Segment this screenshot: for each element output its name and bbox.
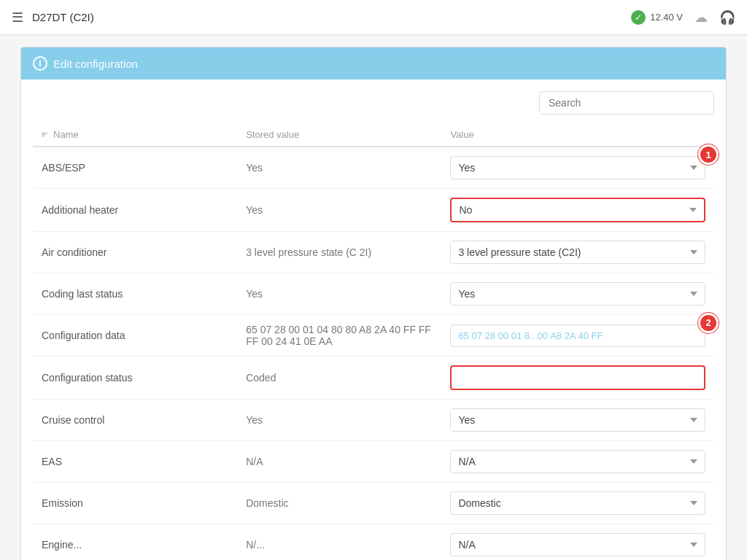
cell-value: YesNo1	[441, 147, 714, 189]
cell-name: ABS/ESP	[33, 147, 237, 189]
cell-value: YesNo	[441, 400, 714, 441]
card-body: Name Stored value Value ABS/ESPYesYesNo1…	[21, 79, 726, 560]
annotation-circle-2: 2	[698, 313, 719, 333]
cell-stored-value: 3 level pressure state (C 2I)	[237, 232, 441, 273]
cell-stored-value: N/A	[237, 441, 441, 483]
cell-value: YesNo	[441, 273, 714, 315]
topbar-right: ✓ 12.40 V ☁ 🎧	[631, 9, 735, 26]
voltage-display: 12.40 V	[650, 12, 683, 23]
select-abs/esp[interactable]: YesNo	[450, 156, 705, 179]
select-engine...[interactable]: N/A	[450, 533, 705, 556]
cell-name: Emission	[33, 483, 237, 524]
table-row: Cruise controlYesYesNo	[33, 400, 714, 441]
cell-value: N/AYesNo	[441, 441, 714, 483]
cell-value: 2	[441, 315, 714, 357]
select-emission[interactable]: DomesticExport	[450, 491, 705, 515]
topbar-title: D27DT (C2I)	[32, 11, 94, 23]
cloud-icon[interactable]: ☁	[694, 9, 708, 26]
text-input-configuration-data[interactable]	[450, 324, 705, 347]
cell-name: Configuration status	[33, 357, 237, 400]
table-header-row: Name Stored value Value	[33, 123, 714, 147]
cell-name: Cruise control	[33, 400, 237, 441]
table-row: EmissionDomesticDomesticExport	[33, 483, 714, 524]
cell-value: 3 level pressure state (C2I)Other	[441, 232, 714, 273]
cell-stored-value: Yes	[237, 147, 441, 189]
cell-name: EAS	[33, 441, 237, 483]
info-icon: i	[33, 56, 47, 71]
table-row: Air conditioner3 level pressure state (C…	[33, 232, 714, 273]
cell-value: N/A	[441, 524, 714, 561]
select-additional-heater[interactable]: YesNo	[450, 198, 705, 222]
table-row: Additional heaterYesYesNo	[33, 189, 714, 232]
cell-value: YesNo	[441, 189, 714, 232]
cell-value: DomesticExport	[441, 483, 714, 524]
table-row: Configuration data65 07 28 00 01 04 80 8…	[33, 315, 714, 357]
search-input[interactable]	[539, 91, 714, 114]
card-header: i Edit configuration	[21, 47, 726, 79]
topbar-left: ☰ D27DT (C2I)	[12, 9, 94, 26]
cell-stored-value: Yes	[237, 189, 441, 232]
select-coding-last-status[interactable]: YesNo	[450, 282, 705, 306]
config-table: Name Stored value Value ABS/ESPYesYesNo1…	[33, 123, 714, 560]
card-header-title: Edit configuration	[53, 58, 138, 70]
cell-stored-value: Domestic	[237, 483, 441, 524]
select-eas[interactable]: N/AYesNo	[450, 450, 705, 473]
cell-name: Air conditioner	[33, 232, 237, 273]
table-row: ABS/ESPYesYesNo1	[33, 147, 714, 189]
col-header-value: Value	[441, 123, 714, 147]
topbar: ☰ D27DT (C2I) ✓ 12.40 V ☁ 🎧	[0, 0, 747, 35]
table-row: Coding last statusYesYesNo	[33, 273, 714, 315]
empty-input-configuration-status[interactable]	[450, 365, 705, 390]
col-header-name: Name	[33, 123, 237, 147]
cell-stored-value: Yes	[237, 400, 441, 441]
cell-stored-value: N/...	[237, 524, 441, 561]
status-dot-icon: ✓	[631, 10, 646, 25]
cell-value	[441, 357, 714, 400]
sort-icon	[42, 133, 47, 136]
table-row: Engine...N/...N/A	[33, 524, 714, 561]
edit-config-card: i Edit configuration	[20, 47, 727, 560]
cell-stored-value: Coded	[237, 357, 441, 400]
select-cruise-control[interactable]: YesNo	[450, 408, 705, 432]
annotation-circle-1: 1	[698, 144, 719, 165]
status-indicator: ✓ 12.40 V	[631, 10, 683, 25]
cell-name: Additional heater	[33, 189, 237, 232]
menu-icon[interactable]: ☰	[12, 9, 23, 26]
headphone-icon[interactable]: 🎧	[719, 9, 735, 26]
cell-name: Engine...	[33, 524, 237, 561]
cell-stored-value: Yes	[237, 273, 441, 315]
search-row	[33, 91, 714, 114]
table-row: EASN/AN/AYesNo	[33, 441, 714, 483]
main-content: i Edit configuration	[9, 35, 738, 560]
cell-name: Configuration data	[33, 315, 237, 357]
col-header-stored: Stored value	[237, 123, 441, 147]
table-row: Configuration statusCoded	[33, 357, 714, 400]
cell-name: Coding last status	[33, 273, 237, 315]
cell-stored-value: 65 07 28 00 01 04 80 80 A8 2A 40 FF FF F…	[237, 315, 441, 357]
select-air-conditioner[interactable]: 3 level pressure state (C2I)Other	[450, 241, 705, 264]
